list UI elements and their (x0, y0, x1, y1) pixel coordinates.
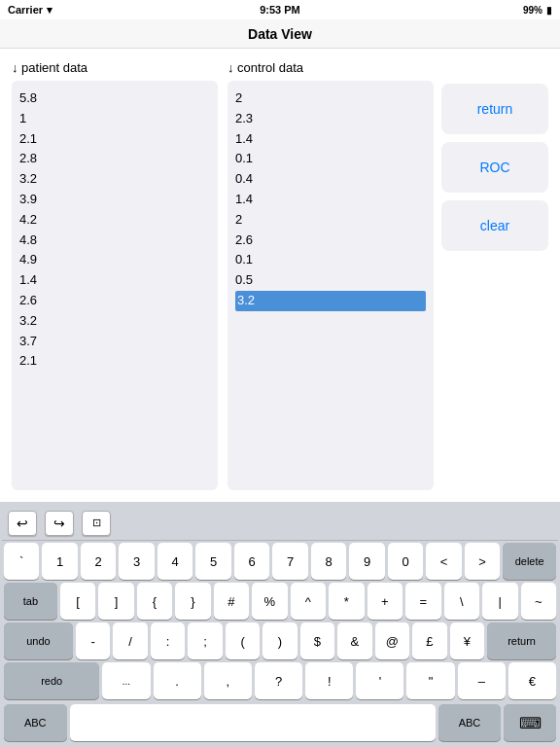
list-item[interactable]: 3.9 (19, 190, 210, 210)
key-8[interactable]: 8 (311, 543, 346, 580)
paste-button[interactable]: ⊡ (82, 511, 111, 536)
key-quote[interactable]: " (406, 662, 454, 699)
key-backslash[interactable]: \ (444, 583, 479, 620)
key-7[interactable]: 7 (272, 543, 307, 580)
key-rparen[interactable]: ) (262, 622, 297, 659)
key-equals[interactable]: = (405, 583, 440, 620)
key-yen[interactable]: ¥ (450, 622, 484, 659)
undo-button[interactable]: ↩ (8, 511, 37, 536)
key-colon[interactable]: : (151, 622, 185, 659)
key-row-1: ` 1 2 3 4 5 6 7 8 9 0 < > delete (2, 543, 558, 580)
status-right: 99% ▮ (523, 5, 552, 16)
key-2[interactable]: 2 (81, 543, 116, 580)
list-item[interactable]: 1.4 (19, 270, 210, 291)
patient-data-column: ↓ patient data 5.8 1 2.1 2.8 3.2 3.9 4.2… (12, 60, 218, 490)
keyboard-icon-key[interactable]: ⌨ (504, 704, 556, 741)
list-item[interactable]: 2 (235, 89, 426, 109)
key-percent[interactable]: % (252, 583, 287, 620)
abc-left-key[interactable]: ABC (4, 704, 67, 741)
key-pipe[interactable]: | (482, 583, 517, 620)
key-caret[interactable]: ^ (291, 583, 326, 620)
key-4[interactable]: 4 (158, 543, 192, 580)
redo-button[interactable]: ↪ (45, 511, 74, 536)
carrier-label: Carrier (8, 4, 43, 16)
key-slash[interactable]: / (113, 622, 147, 659)
key-exclamation[interactable]: ! (305, 662, 353, 699)
key-row-2: tab [ ] { } # % ^ * + = \ | ~ (2, 583, 558, 620)
key-lt[interactable]: < (426, 543, 461, 580)
control-data-header: ↓ control data (228, 60, 434, 75)
key-1[interactable]: 1 (42, 543, 77, 580)
key-apos[interactable]: ' (356, 662, 403, 699)
key-rbrace[interactable]: } (175, 583, 210, 620)
key-backtick[interactable]: ` (4, 543, 39, 580)
key-comma[interactable]: , (204, 662, 252, 699)
key-9[interactable]: 9 (349, 543, 384, 580)
key-6[interactable]: 6 (234, 543, 269, 580)
list-item[interactable]: 1 (19, 109, 210, 129)
key-hash[interactable]: # (214, 583, 249, 620)
list-item[interactable]: 0.4 (235, 169, 426, 190)
list-item[interactable]: 4.9 (19, 250, 210, 270)
list-item[interactable]: 3.2 (19, 169, 210, 190)
return-key[interactable]: return (487, 622, 556, 659)
list-item[interactable]: 2.6 (19, 291, 210, 311)
key-ellipsis[interactable]: ... (102, 662, 150, 699)
list-item[interactable]: 0.1 (235, 149, 426, 169)
list-item[interactable]: 2.8 (19, 149, 210, 169)
status-left: Carrier ▾ (8, 4, 52, 17)
redo-key[interactable]: redo (4, 662, 99, 699)
key-3[interactable]: 3 (119, 543, 154, 580)
key-5[interactable]: 5 (195, 543, 230, 580)
key-lparen[interactable]: ( (226, 622, 260, 659)
list-item[interactable]: 1.4 (235, 129, 426, 150)
list-item[interactable]: 4.2 (19, 210, 210, 231)
key-at[interactable]: @ (375, 622, 409, 659)
roc-button[interactable]: ROC (441, 142, 548, 193)
key-euro[interactable]: € (508, 662, 556, 699)
control-data-list[interactable]: 2 2.3 1.4 0.1 0.4 1.4 2 2.6 0.1 0.5 3.2 (228, 81, 434, 490)
patient-data-list[interactable]: 5.8 1 2.1 2.8 3.2 3.9 4.2 4.8 4.9 1.4 2.… (12, 81, 218, 490)
key-period[interactable]: . (154, 662, 201, 699)
key-tilde[interactable]: ~ (521, 583, 556, 620)
key-semicolon[interactable]: ; (188, 622, 222, 659)
key-gt[interactable]: > (465, 543, 500, 580)
key-minus[interactable]: - (76, 622, 110, 659)
list-item[interactable]: 2.6 (235, 231, 426, 251)
delete-key[interactable]: delete (503, 543, 556, 580)
keyboard-rows: ` 1 2 3 4 5 6 7 8 9 0 < > delete tab [ ]… (2, 541, 558, 745)
key-endash[interactable]: – (458, 662, 506, 699)
list-item[interactable]: 4.8 (19, 231, 210, 251)
key-asterisk[interactable]: * (329, 583, 364, 620)
key-lbrace[interactable]: { (137, 583, 172, 620)
list-item-selected[interactable]: 3.2 (235, 291, 426, 311)
abc-right-key[interactable]: ABC (438, 704, 502, 741)
list-item[interactable]: 2.1 (19, 129, 210, 150)
list-item[interactable]: 2 (235, 210, 426, 231)
key-rbracket[interactable]: ] (98, 583, 133, 620)
nav-bar: Data View (0, 19, 560, 49)
list-item[interactable]: 0.1 (235, 250, 426, 270)
list-item[interactable]: 3.2 (19, 311, 210, 332)
list-item[interactable]: 2.1 (19, 351, 210, 372)
space-key[interactable] (70, 704, 436, 741)
key-ampersand[interactable]: & (337, 622, 371, 659)
tab-key[interactable]: tab (4, 583, 57, 620)
return-button[interactable]: return (441, 84, 548, 134)
key-lbracket[interactable]: [ (60, 583, 95, 620)
list-item[interactable]: 0.5 (235, 270, 426, 291)
list-item[interactable]: 2.3 (235, 109, 426, 129)
keyboard-bottom-row: ABC ABC ⌨ (2, 702, 558, 743)
key-plus[interactable]: + (368, 583, 402, 620)
action-buttons: return ROC clear (441, 60, 548, 490)
list-item[interactable]: 1.4 (235, 190, 426, 210)
key-row-4: redo ... . , ? ! ' " – € (2, 662, 558, 699)
key-question[interactable]: ? (255, 662, 302, 699)
key-0[interactable]: 0 (388, 543, 423, 580)
key-pound[interactable]: £ (412, 622, 446, 659)
clear-button[interactable]: clear (441, 200, 548, 251)
undo-key[interactable]: undo (4, 622, 73, 659)
list-item[interactable]: 3.7 (19, 332, 210, 352)
key-dollar[interactable]: $ (300, 622, 334, 659)
list-item[interactable]: 5.8 (19, 89, 210, 109)
